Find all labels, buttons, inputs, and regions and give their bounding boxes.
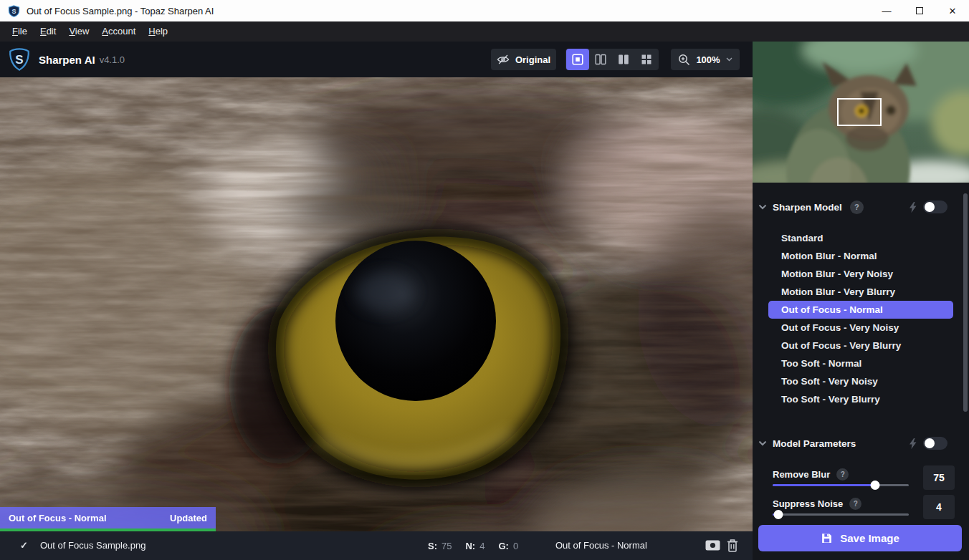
zoom-control[interactable]: 100% — [671, 49, 740, 70]
menu-item-view[interactable]: View — [62, 21, 95, 42]
model-option[interactable]: Out of Focus - Very Noisy — [768, 319, 953, 337]
stat-n: N:4 — [465, 541, 484, 551]
overlay-model-label: Out of Focus - Normal — [9, 513, 107, 523]
remove-blur-value[interactable]: 75 — [923, 465, 955, 490]
zoom-in-icon — [678, 54, 690, 66]
model-option[interactable]: Too Soft - Normal — [768, 354, 953, 372]
auto-toggle[interactable] — [923, 201, 947, 213]
menu-item-file[interactable]: File — [6, 21, 34, 42]
overlay-status-label: Updated — [170, 513, 207, 523]
save-button-label: Save Image — [840, 532, 899, 544]
maximize-icon — [916, 7, 923, 14]
slider-knob[interactable] — [870, 481, 879, 490]
split-view-icon — [595, 54, 606, 65]
eye-slash-icon — [497, 54, 510, 64]
model-list: StandardMotion Blur - NormalMotion Blur … — [768, 229, 953, 408]
model-parameters-title: Model Parameters — [773, 438, 856, 449]
single-view-button[interactable] — [566, 49, 589, 70]
help-icon[interactable]: ? — [849, 498, 861, 510]
panel-scrollbar[interactable] — [963, 193, 968, 412]
model-option[interactable]: Too Soft - Very Noisy — [768, 372, 953, 390]
model-parameters-header[interactable]: Model Parameters — [758, 434, 963, 453]
suppress-noise-label: Suppress Noise — [773, 498, 843, 509]
original-button-label: Original — [515, 54, 550, 65]
model-option[interactable]: Motion Blur - Very Blurry — [768, 283, 953, 301]
close-button[interactable]: ✕ — [936, 0, 969, 21]
original-toggle-button[interactable]: Original — [491, 49, 556, 70]
suppress-noise-value[interactable]: 4 — [923, 495, 955, 519]
quad-view-button[interactable] — [635, 49, 658, 70]
view-mode-group — [565, 49, 659, 70]
trash-icon[interactable] — [726, 539, 739, 553]
sharpen-model-header[interactable]: Sharpen Model ? — [758, 198, 963, 216]
menu-item-help[interactable]: Help — [142, 21, 174, 42]
settings-panel: Sharpen Model ? StandardMotion Blur - No… — [753, 183, 969, 521]
title-bar: S Out of Focus Sample.png - Topaz Sharpe… — [0, 0, 969, 21]
side-by-side-view-button[interactable] — [612, 49, 635, 70]
maximize-button[interactable] — [903, 0, 936, 21]
app-shield-icon: S — [8, 5, 20, 17]
remove-blur-slider[interactable] — [773, 481, 909, 490]
menu-bar: FileEditViewAccountHelp — [0, 21, 969, 42]
right-panel: Sharpen Model ? StandardMotion Blur - No… — [753, 42, 969, 560]
auto-toggle[interactable] — [923, 437, 947, 450]
status-model-label: Out of Focus - Normal — [555, 531, 647, 560]
snapshot-icon[interactable] — [705, 540, 720, 551]
close-icon: ✕ — [949, 6, 957, 16]
status-bar: ✓ Out of Focus Sample.png S:75N:4G:0 Out… — [0, 531, 753, 560]
svg-text:S: S — [15, 53, 23, 67]
auto-bolt-icon — [909, 202, 917, 213]
app-version: v4.1.0 — [100, 54, 125, 65]
model-option[interactable]: Motion Blur - Very Noisy — [768, 265, 953, 283]
toggle-knob — [925, 438, 935, 448]
navigator-thumbnail[interactable] — [753, 42, 969, 183]
sharpen-model-title: Sharpen Model — [773, 202, 842, 213]
model-option[interactable]: Too Soft - Very Blurry — [768, 390, 953, 408]
left-column: S Sharpen AI v4.1.0 Original — [0, 42, 753, 560]
model-option[interactable]: Standard — [768, 229, 953, 247]
svg-text:S: S — [11, 7, 16, 14]
save-disk-icon — [821, 532, 833, 544]
auto-bolt-icon — [909, 438, 917, 449]
owl-eye-image — [0, 77, 753, 531]
quad-view-icon — [641, 54, 652, 65]
navigator-view-rectangle[interactable] — [837, 98, 882, 126]
slider-knob[interactable] — [773, 510, 783, 519]
chevron-down-icon — [758, 204, 767, 210]
model-option[interactable]: Out of Focus - Very Blurry — [768, 337, 953, 354]
suppress-noise-slider[interactable] — [773, 510, 909, 519]
slider-track — [773, 513, 909, 516]
status-stats: S:75N:4G:0 — [428, 531, 518, 560]
split-view-button[interactable] — [589, 49, 612, 70]
remove-blur-label: Remove Blur — [773, 469, 830, 480]
window-title: Out of Focus Sample.png - Topaz Sharpen … — [27, 6, 214, 16]
menu-item-account[interactable]: Account — [95, 21, 142, 42]
model-option[interactable]: Motion Blur - Normal — [768, 247, 953, 265]
menu-item-edit[interactable]: Edit — [34, 21, 62, 42]
minimize-icon: — — [882, 6, 892, 16]
help-icon[interactable]: ? — [850, 201, 864, 214]
window-controls: — ✕ — [870, 0, 969, 21]
image-canvas[interactable]: Out of Focus - Normal Updated — [0, 77, 753, 531]
check-icon: ✓ — [20, 531, 28, 560]
chevron-down-icon — [726, 57, 732, 62]
status-filename[interactable]: Out of Focus Sample.png — [40, 531, 145, 560]
stat-g: G:0 — [498, 541, 518, 551]
zoom-level: 100% — [696, 54, 720, 65]
save-image-button[interactable]: Save Image — [758, 525, 962, 551]
single-view-icon — [572, 54, 583, 65]
chevron-down-icon — [758, 440, 767, 446]
sharpen-ai-logo: S — [7, 47, 32, 72]
stat-s: S:75 — [428, 541, 452, 551]
toggle-knob — [925, 202, 935, 212]
remove-blur-label-row: Remove Blur ? — [773, 467, 849, 481]
model-option[interactable]: Out of Focus - Normal — [768, 301, 953, 319]
side-by-side-view-icon — [618, 54, 629, 65]
help-icon[interactable]: ? — [836, 468, 849, 481]
suppress-noise-label-row: Suppress Noise ? — [773, 496, 861, 511]
minimize-button[interactable]: — — [870, 0, 903, 21]
applied-model-overlay: Out of Focus - Normal Updated — [0, 507, 216, 528]
toolbar: S Sharpen AI v4.1.0 Original — [0, 42, 753, 77]
app-window: S Out of Focus Sample.png - Topaz Sharpe… — [0, 0, 969, 560]
slider-fill — [773, 484, 875, 486]
